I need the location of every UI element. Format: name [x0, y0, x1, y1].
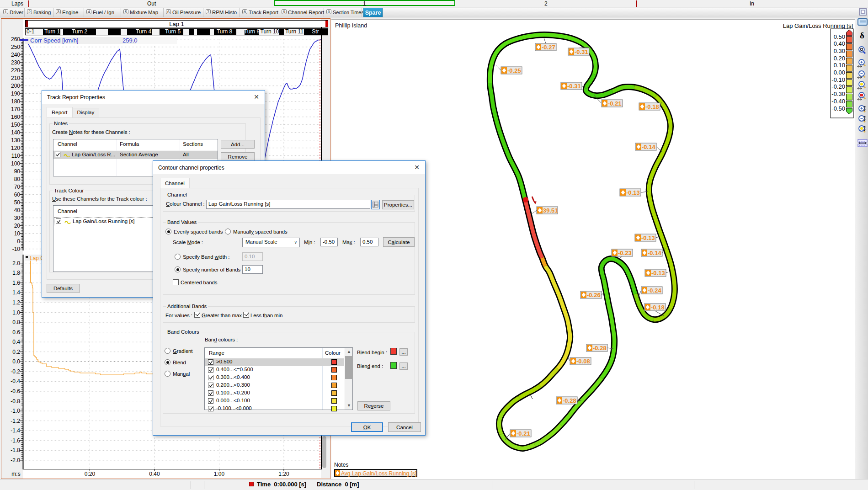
svg-text:-0.14: -0.14	[648, 250, 661, 256]
svg-text:-0.26: -0.26	[587, 292, 601, 298]
svg-text:-0.28: -0.28	[593, 345, 607, 352]
svg-text:-0.31: -0.31	[567, 83, 581, 90]
svg-text:-0.24: -0.24	[648, 287, 661, 294]
svg-text:-0.31: -0.31	[575, 48, 588, 55]
svg-text:-0.13: -0.13	[626, 189, 640, 196]
svg-text:-0.13: -0.13	[651, 270, 665, 277]
svg-text:-0.27: -0.27	[542, 44, 555, 51]
svg-text:-0.08: -0.08	[576, 358, 590, 365]
svg-text:39.51: 39.51	[543, 207, 558, 214]
svg-text:-0.23: -0.23	[618, 250, 632, 256]
svg-text:-0.21: -0.21	[517, 430, 530, 437]
svg-text:-0.18: -0.18	[645, 103, 659, 110]
svg-text:-0.18: -0.18	[651, 304, 665, 311]
svg-text:-0.25: -0.25	[507, 67, 521, 74]
svg-text:-0.14: -0.14	[642, 144, 655, 150]
svg-text:-0.28: -0.28	[563, 397, 576, 404]
svg-text:-0.13: -0.13	[641, 234, 655, 241]
svg-text:-0.21: -0.21	[608, 100, 622, 107]
